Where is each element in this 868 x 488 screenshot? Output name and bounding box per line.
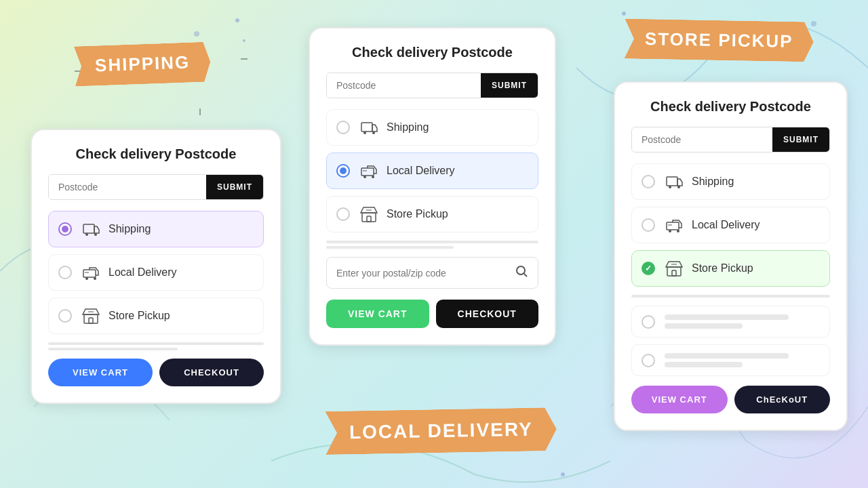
svg-rect-24 — [362, 213, 376, 222]
svg-point-0 — [235, 18, 239, 22]
svg-point-32 — [677, 230, 679, 232]
right-action-buttons: VIEW CART ChEcKoUT — [631, 386, 830, 413]
center-postcode-row: SUBMIT — [326, 73, 538, 98]
center-option-shipping[interactable]: Shipping — [326, 109, 538, 146]
left-postcode-row: SUBMIT — [48, 174, 264, 200]
left-radio-store — [58, 309, 72, 323]
right-view-cart-button[interactable]: VIEW CART — [631, 386, 728, 413]
svg-point-31 — [669, 230, 671, 232]
right-postcode-input[interactable] — [632, 127, 772, 152]
left-postcode-input[interactable] — [49, 175, 206, 199]
right-option-store[interactable]: Store Pickup — [631, 250, 830, 287]
svg-point-12 — [94, 233, 97, 236]
svg-rect-27 — [667, 177, 677, 186]
left-action-buttons: VIEW CART CHECKOUT — [48, 359, 264, 386]
svg-rect-16 — [84, 314, 98, 323]
left-option-local[interactable]: Local Delivery — [48, 254, 264, 291]
left-shipping-label: Shipping — [108, 223, 151, 235]
center-search-row — [326, 257, 538, 289]
center-view-cart-button[interactable]: VIEW CART — [326, 300, 429, 328]
svg-point-26 — [517, 266, 525, 274]
right-checkout-button[interactable]: ChEcKoUT — [734, 386, 831, 413]
center-radio-local — [336, 164, 350, 178]
search-icon[interactable] — [515, 264, 528, 281]
right-option-local[interactable]: Local Delivery — [631, 207, 830, 243]
svg-point-5 — [561, 472, 565, 476]
svg-rect-33 — [667, 267, 681, 276]
left-view-cart-button[interactable]: VIEW CART — [48, 359, 153, 386]
center-submit-button[interactable]: SUBMIT — [481, 73, 538, 98]
svg-point-1 — [194, 31, 199, 37]
right-submit-button[interactable]: SUBMIT — [772, 127, 829, 152]
svg-rect-21 — [361, 168, 374, 176]
card-right-title: Check delivery Postcode — [631, 99, 830, 115]
left-radio-shipping — [58, 222, 72, 236]
center-store-label: Store Pickup — [387, 208, 448, 220]
card-center: Check delivery Postcode SUBMIT Shipping — [309, 27, 556, 346]
right-radio-local — [642, 218, 655, 232]
left-option-store[interactable]: Store Pickup — [48, 298, 264, 334]
right-local-label: Local Delivery — [692, 219, 760, 231]
right-store-pickup-icon — [665, 259, 684, 278]
center-scroll-area — [326, 241, 538, 249]
left-scroll-area — [48, 342, 264, 350]
svg-point-20 — [372, 131, 375, 134]
left-store-label: Store Pickup — [108, 310, 170, 322]
center-action-buttons: VIEW CART CHECKOUT — [326, 300, 538, 328]
left-radio-local — [58, 266, 72, 279]
center-checkout-button[interactable]: CHECKOUT — [436, 300, 539, 328]
right-local-delivery-icon — [665, 216, 684, 235]
center-shipping-label: Shipping — [387, 121, 429, 134]
center-store-pickup-icon — [359, 205, 378, 224]
right-postcode-row: SUBMIT — [631, 127, 830, 152]
center-option-local[interactable]: Local Delivery — [326, 152, 538, 189]
svg-rect-17 — [89, 318, 93, 323]
svg-rect-25 — [367, 216, 371, 222]
svg-point-4 — [811, 21, 816, 26]
right-shipping-label: Shipping — [692, 176, 734, 188]
svg-point-19 — [363, 131, 366, 134]
left-checkout-button[interactable]: CHECKOUT — [159, 359, 264, 386]
svg-point-29 — [677, 186, 680, 188]
center-option-store[interactable]: Store Pickup — [326, 196, 538, 232]
svg-point-15 — [94, 277, 96, 280]
left-option-shipping[interactable]: Shipping — [48, 211, 264, 247]
shipping-icon — [81, 220, 100, 239]
svg-point-14 — [85, 277, 88, 280]
svg-point-22 — [363, 176, 366, 178]
left-local-label: Local Delivery — [108, 266, 176, 279]
right-option-shipping[interactable]: Shipping — [631, 163, 830, 200]
store-pickup-icon — [81, 306, 100, 325]
center-postcode-input[interactable] — [327, 73, 481, 98]
right-radio-store — [642, 262, 655, 275]
svg-point-23 — [372, 176, 374, 178]
right-placeholder-row-1 — [631, 306, 830, 338]
right-store-label: Store Pickup — [692, 262, 753, 274]
center-radio-shipping — [336, 121, 350, 134]
svg-rect-13 — [83, 270, 96, 277]
svg-rect-18 — [361, 123, 372, 131]
center-local-label: Local Delivery — [387, 165, 454, 177]
center-radio-store — [336, 207, 350, 221]
svg-rect-10 — [83, 224, 94, 233]
store-pickup-label: STORE PICKUP — [625, 19, 814, 62]
center-shipping-icon — [359, 118, 378, 137]
right-scroll-area — [631, 295, 830, 298]
card-center-title: Check delivery Postcode — [326, 45, 538, 60]
right-placeholder-row-2 — [631, 344, 830, 376]
svg-point-3 — [622, 12, 626, 16]
card-left-title: Check delivery Postcode — [48, 146, 264, 162]
local-delivery-label: LOCAL DELIVERY — [325, 407, 557, 455]
center-search-input[interactable] — [336, 268, 515, 279]
svg-rect-30 — [667, 222, 679, 230]
shipping-label: SHIPPING — [74, 42, 211, 87]
left-submit-button[interactable]: SUBMIT — [206, 175, 263, 199]
right-radio-shipping — [642, 175, 655, 188]
right-shipping-icon — [665, 172, 684, 191]
svg-point-28 — [669, 186, 671, 188]
card-right: Check delivery Postcode SUBMIT Shipping — [614, 81, 848, 431]
local-delivery-icon — [81, 263, 100, 282]
svg-rect-34 — [672, 270, 676, 276]
center-local-delivery-icon — [359, 161, 378, 180]
svg-point-11 — [85, 233, 88, 236]
